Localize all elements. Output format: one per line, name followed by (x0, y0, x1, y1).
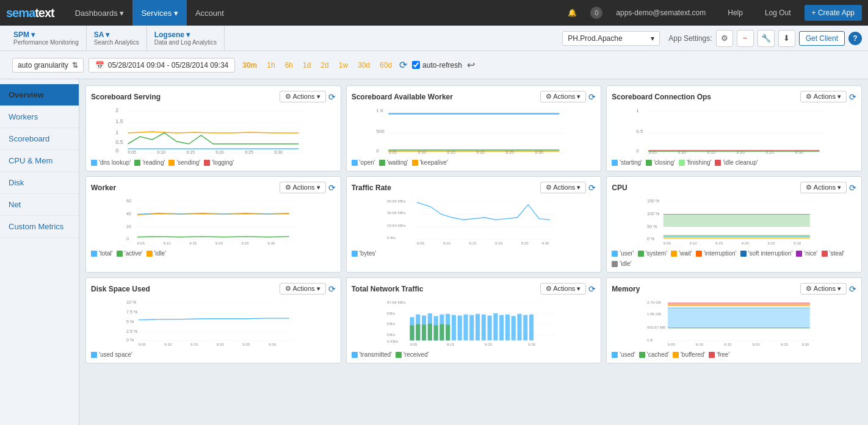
user-email[interactable]: apps-demo@sematext.com (607, 0, 714, 26)
sub-nav-right: PH.Prod.Apache ▾ App Settings: ⚙ − 🔧 ⬇ G… (562, 30, 862, 47)
actions-button[interactable]: ⚙ Actions ▾ (800, 283, 847, 295)
subnav-logsene[interactable]: Logsene ▾ Data and Log Analytics (147, 26, 225, 51)
svg-text:KB/s: KB/s (387, 311, 395, 315)
actions-button[interactable]: ⚙ Actions ▾ (540, 283, 587, 295)
main-layout: Overview Workers Scoreboard CPU & Mem Di… (0, 79, 868, 425)
svg-text:9:20: 9:20 (215, 150, 224, 154)
back-button[interactable]: ↩ (467, 59, 475, 71)
nav-services[interactable]: Services ▾ (132, 0, 186, 26)
chart-worker: Worker ⚙ Actions ▾ ⟳ 60 40 20 0 (85, 176, 341, 273)
svg-text:9:05: 9:05 (137, 241, 145, 245)
chart-refresh-button[interactable]: ⟳ (588, 284, 596, 294)
legend-item: 'finishing' (679, 159, 712, 166)
svg-text:1: 1 (637, 108, 640, 113)
chart-refresh-button[interactable]: ⟳ (328, 284, 336, 294)
actions-button[interactable]: ⚙ Actions ▾ (280, 91, 326, 102)
chart-refresh-button[interactable]: ⟳ (849, 92, 856, 102)
bell-icon[interactable]: 🔔 (559, 0, 585, 26)
time-60d-button[interactable]: 60d (377, 60, 394, 71)
granularity-selector[interactable]: auto granularity ⇅ (12, 58, 84, 73)
chart-svg: 97.66 KB/s KB/s KB/s KB/s 0 KB/s (352, 298, 596, 347)
chart-row-2: Worker ⚙ Actions ▾ ⟳ 60 40 20 0 (85, 176, 862, 273)
sidebar: Overview Workers Scoreboard CPU & Mem Di… (0, 79, 79, 425)
svg-text:9:10: 9:10 (690, 241, 698, 245)
settings-gear-icon[interactable]: ⚙ (716, 30, 733, 47)
nav-dashboards[interactable]: Dashboards ▾ (67, 0, 133, 26)
refresh-button[interactable]: ⟳ (399, 59, 407, 71)
app-selector[interactable]: PH.Prod.Apache ▾ (562, 31, 660, 46)
svg-rect-121 (476, 314, 480, 341)
svg-text:9:15: 9:15 (707, 150, 716, 154)
time-30m-button[interactable]: 30m (240, 60, 259, 71)
svg-text:9:30: 9:30 (802, 342, 810, 346)
chart-legend: 'starting' 'closing' 'finishing' 'idle c… (612, 159, 856, 166)
time-1d-button[interactable]: 1d (300, 60, 313, 71)
subnav-sa[interactable]: SA ▾ Search Analytics (87, 26, 147, 51)
legend-item: 'system' (638, 250, 668, 257)
chart-legend: 'total' 'active' 'idle' (91, 250, 336, 257)
chart-svg: 1 K 500 0 9:05 9:10 9:15 9:20 (352, 106, 596, 155)
help-icon[interactable]: ? (848, 32, 862, 45)
time-6h-button[interactable]: 6h (283, 60, 295, 71)
actions-button[interactable]: ⚙ Actions ▾ (280, 283, 326, 295)
sidebar-item-workers[interactable]: Workers (0, 106, 79, 128)
chart-actions: ⚙ Actions ▾ ⟳ (800, 283, 856, 295)
svg-rect-122 (481, 315, 485, 341)
chart-refresh-button[interactable]: ⟳ (328, 183, 336, 193)
svg-text:1.86 GB: 1.86 GB (647, 312, 661, 316)
chart-actions: ⚙ Actions ▾ ⟳ (540, 283, 596, 295)
sidebar-item-overview[interactable]: Overview (0, 84, 79, 106)
actions-button[interactable]: ⚙ Actions ▾ (800, 91, 847, 102)
subnav-spm[interactable]: SPM ▾ Performance Monitoring (6, 26, 87, 51)
help-link[interactable]: Help (719, 0, 751, 26)
nav-account[interactable]: Account (187, 0, 233, 26)
logout-link[interactable]: Log Out (756, 0, 800, 26)
chart-title: Scoreboard Connection Ops (612, 93, 711, 101)
sidebar-item-scoreboard[interactable]: Scoreboard (0, 128, 79, 150)
svg-rect-128 (517, 314, 521, 341)
svg-text:2.5 %: 2.5 % (126, 329, 138, 334)
sidebar-item-disk[interactable]: Disk (0, 172, 79, 194)
sidebar-item-net[interactable]: Net (0, 194, 79, 216)
actions-button[interactable]: ⚙ Actions ▾ (540, 182, 587, 193)
sidebar-item-custom-metrics[interactable]: Custom Metrics (0, 216, 79, 238)
chart-refresh-button[interactable]: ⟳ (588, 92, 596, 102)
auto-refresh-checkbox[interactable] (412, 61, 420, 69)
settings-download-icon[interactable]: ⬇ (778, 30, 795, 47)
time-30d-button[interactable]: 30d (355, 60, 372, 71)
auto-refresh-label[interactable]: auto-refresh (412, 61, 462, 70)
chart-refresh-button[interactable]: ⟳ (588, 183, 596, 193)
settings-minus-icon[interactable]: − (737, 30, 754, 47)
sidebar-item-cpu-mem[interactable]: CPU & Mem (0, 150, 79, 172)
actions-button[interactable]: ⚙ Actions ▾ (540, 91, 587, 102)
legend-item: 'reading' (134, 159, 165, 166)
actions-button[interactable]: ⚙ Actions ▾ (800, 182, 847, 193)
svg-text:0 %: 0 % (126, 338, 134, 343)
create-app-button[interactable]: + Create App (805, 5, 862, 21)
svg-text:953.67 MB: 953.67 MB (647, 325, 665, 329)
svg-rect-130 (529, 315, 533, 341)
chart-scoreboard-serving: Scoreboard Serving ⚙ Actions ▾ ⟳ 2 1.5 1… (85, 85, 341, 171)
svg-text:9:30: 9:30 (528, 342, 536, 346)
legend-item: 'buffered' (673, 351, 705, 358)
top-navigation: sematext Dashboards ▾ Services ▾ Account… (0, 0, 868, 26)
time-2d-button[interactable]: 2d (318, 60, 331, 71)
nav-right: 🔔 0 apps-demo@sematext.com Help Log Out … (559, 0, 862, 26)
time-1h-button[interactable]: 1h (264, 60, 277, 71)
svg-text:2: 2 (115, 107, 118, 113)
chart-svg: 1 0.5 0 9:05 9:10 9:15 9:20 9:25 9:30 (612, 106, 856, 155)
settings-wrench-icon[interactable]: 🔧 (758, 30, 775, 47)
chart-svg: 2 1.5 1 0.5 0 (91, 106, 336, 155)
chart-refresh-button[interactable]: ⟳ (849, 284, 856, 294)
time-1w-button[interactable]: 1w (336, 60, 350, 71)
chart-refresh-button[interactable]: ⟳ (328, 92, 336, 102)
svg-text:20: 20 (126, 224, 131, 229)
chart-cpu: CPU ⚙ Actions ▾ ⟳ 150 % 100 % 50 % 0 % (606, 176, 862, 273)
date-range-picker[interactable]: 📅 05/28/2014 09:04 - 05/28/2014 09:34 (89, 58, 236, 73)
svg-rect-118 (457, 315, 461, 340)
actions-button[interactable]: ⚙ Actions ▾ (280, 182, 326, 193)
chart-header: Disk Space Used ⚙ Actions ▾ ⟳ (91, 283, 336, 295)
chart-refresh-button[interactable]: ⟳ (849, 183, 856, 193)
get-client-button[interactable]: Get Client (799, 31, 845, 46)
legend-item: 'waiting' (379, 159, 408, 166)
